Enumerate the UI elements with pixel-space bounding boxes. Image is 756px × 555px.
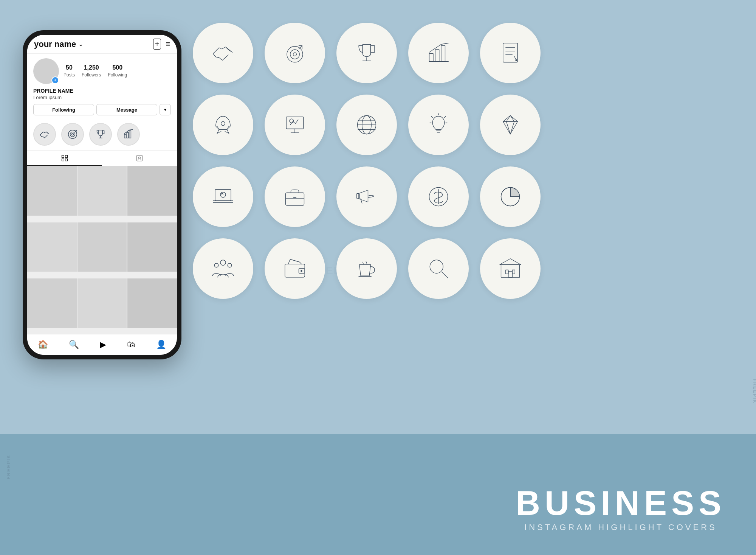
add-icon[interactable]: + xyxy=(153,39,161,50)
svg-point-76 xyxy=(301,270,302,272)
svg-line-48 xyxy=(445,116,446,118)
svg-point-18 xyxy=(290,50,300,59)
svg-point-16 xyxy=(139,157,141,159)
svg-point-80 xyxy=(430,260,443,273)
svg-rect-12 xyxy=(65,155,68,157)
bottom-nav: 🏠 🔍 ▶ 🛍 👤 xyxy=(27,334,177,355)
icon-globe xyxy=(336,95,397,155)
svg-rect-61 xyxy=(286,193,304,205)
highlights-row xyxy=(27,123,177,150)
grid-cell xyxy=(127,166,177,216)
username-label: your name xyxy=(34,39,76,49)
icon-diamond xyxy=(480,95,541,155)
highlight-2[interactable] xyxy=(61,123,84,146)
svg-rect-25 xyxy=(429,54,434,62)
profile-icon[interactable]: 👤 xyxy=(156,340,166,350)
icon-rocket xyxy=(193,95,253,155)
svg-rect-8 xyxy=(124,134,126,138)
icon-building xyxy=(480,238,541,299)
message-button[interactable]: Message xyxy=(96,104,157,115)
icon-trophy xyxy=(336,23,397,83)
icon-pie-chart xyxy=(480,166,541,227)
svg-line-81 xyxy=(442,272,448,278)
icon-megaphone xyxy=(336,166,397,227)
avatar-add-button[interactable]: + xyxy=(51,76,59,84)
svg-rect-11 xyxy=(62,155,64,157)
svg-rect-82 xyxy=(501,265,520,277)
phone-mockup: your name ⌄ + ≡ + xyxy=(23,30,181,522)
profile-bio: Lorem ipsum xyxy=(33,95,171,100)
svg-rect-26 xyxy=(435,50,439,62)
svg-point-71 xyxy=(220,260,226,265)
icon-dollar xyxy=(408,166,469,227)
svg-rect-64 xyxy=(357,193,359,199)
svg-line-77 xyxy=(363,262,364,264)
home-icon[interactable]: 🏠 xyxy=(38,340,48,350)
svg-point-33 xyxy=(516,60,517,61)
svg-rect-9 xyxy=(127,132,129,138)
svg-marker-51 xyxy=(503,116,518,134)
stat-posts: 50 Posts xyxy=(64,64,75,78)
svg-rect-84 xyxy=(506,270,508,274)
svg-point-1 xyxy=(70,132,75,137)
svg-rect-13 xyxy=(62,159,64,161)
watermark-left: FREEPIK xyxy=(6,454,11,479)
followers-label: Followers xyxy=(82,72,101,78)
icon-chart-bar xyxy=(408,23,469,83)
nav-bar: your name ⌄ + ≡ xyxy=(27,35,177,54)
icon-wallet xyxy=(265,238,325,299)
video-icon[interactable]: ▶ xyxy=(100,340,106,350)
dropdown-button[interactable]: ▾ xyxy=(160,104,171,115)
bottom-text: BUSINESS INSTAGRAM HIGHLIGHT COVERS xyxy=(516,486,726,532)
svg-point-34 xyxy=(221,121,225,126)
tab-bar xyxy=(27,150,177,166)
posts-label: Posts xyxy=(64,72,75,78)
grid-cell xyxy=(127,222,177,272)
grid-cell xyxy=(77,166,127,216)
highlight-1[interactable] xyxy=(33,123,56,146)
highlight-4[interactable] xyxy=(117,123,140,146)
grid-cell xyxy=(27,278,77,328)
svg-point-19 xyxy=(293,53,297,56)
action-buttons: Following Message ▾ xyxy=(33,104,171,115)
search-icon[interactable]: 🔍 xyxy=(69,340,79,350)
svg-marker-83 xyxy=(500,259,521,265)
following-button[interactable]: Following xyxy=(33,104,94,115)
tab-tagged[interactable] xyxy=(102,151,177,166)
svg-point-2 xyxy=(72,134,74,135)
svg-rect-14 xyxy=(65,159,68,161)
business-subtitle: INSTAGRAM HIGHLIGHT COVERS xyxy=(516,522,726,532)
following-count: 500 xyxy=(108,64,127,71)
stat-following: 500 Following xyxy=(108,64,127,78)
svg-rect-85 xyxy=(512,270,515,274)
svg-rect-10 xyxy=(129,131,131,138)
phone-inner: your name ⌄ + ≡ + xyxy=(27,35,177,355)
svg-rect-57 xyxy=(215,190,231,201)
grid-cell xyxy=(27,222,77,272)
nav-icons: + ≡ xyxy=(153,39,170,50)
icon-coffee xyxy=(336,238,397,299)
svg-rect-28 xyxy=(503,43,518,62)
svg-rect-15 xyxy=(137,155,143,161)
icon-presentation xyxy=(265,95,325,155)
watermark-right: FREEPIK xyxy=(752,379,756,404)
phone-screen: your name ⌄ + ≡ + xyxy=(27,35,177,355)
svg-line-78 xyxy=(366,261,367,263)
shop-icon[interactable]: 🛍 xyxy=(127,340,135,350)
menu-icon[interactable]: ≡ xyxy=(166,40,170,48)
followers-count: 1,250 xyxy=(82,64,101,71)
svg-point-17 xyxy=(287,47,303,62)
svg-rect-27 xyxy=(441,46,445,62)
photo-grid xyxy=(27,166,177,334)
business-title: BUSINESS xyxy=(516,486,726,520)
icon-team xyxy=(193,238,253,299)
icon-search-magnifier xyxy=(408,238,469,299)
svg-point-72 xyxy=(214,263,218,267)
tab-grid[interactable] xyxy=(27,151,102,166)
phone-outer: your name ⌄ + ≡ + xyxy=(23,30,181,359)
grid-cell xyxy=(127,278,177,328)
highlight-3[interactable] xyxy=(89,123,112,146)
icon-briefcase xyxy=(265,166,325,227)
icon-target xyxy=(265,23,325,83)
profile-section: + 50 Posts 1,250 Followers xyxy=(27,54,177,123)
